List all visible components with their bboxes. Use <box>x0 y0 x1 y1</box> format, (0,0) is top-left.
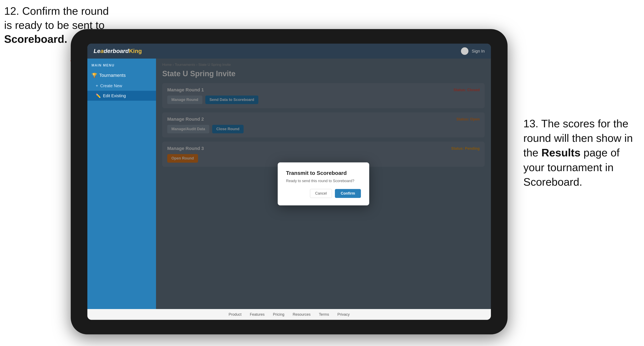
footer-pricing[interactable]: Pricing <box>273 312 284 317</box>
content-area: Home › Tournaments › State U Spring Invi… <box>156 59 491 309</box>
sidebar-tournaments-label: Tournaments <box>99 73 126 78</box>
top-nav: LeaderboardKing Sign In <box>87 44 491 59</box>
annotation-line1: 12. Confirm the round <box>4 5 109 17</box>
footer-resources[interactable]: Resources <box>293 312 310 317</box>
modal-subtitle: Ready to send this round to Scoreboard? <box>286 179 361 183</box>
footer-product[interactable]: Product <box>228 312 242 317</box>
logo-area: LeaderboardKing <box>94 48 142 54</box>
main-menu-label: MAIN MENU <box>87 62 156 70</box>
footer: Product Features Pricing Resources Terms… <box>87 309 491 320</box>
tablet-screen: LeaderboardKing Sign In MAIN MENU 🏆 Tour… <box>87 44 491 320</box>
sidebar-edit-label: Edit Existing <box>103 93 126 98</box>
footer-features[interactable]: Features <box>250 312 264 317</box>
edit-icon: ✏️ <box>96 93 101 98</box>
footer-terms[interactable]: Terms <box>319 312 329 317</box>
user-avatar-icon <box>461 47 468 55</box>
sidebar-edit-existing[interactable]: ✏️ Edit Existing <box>87 91 156 101</box>
plus-icon: + <box>96 83 98 88</box>
main-area: MAIN MENU 🏆 Tournaments + Create New ✏️ … <box>87 59 491 309</box>
sign-in-link[interactable]: Sign In <box>472 49 485 54</box>
top-nav-right: Sign In <box>461 47 485 55</box>
logo-text: LeaderboardKing <box>94 48 142 54</box>
modal-title: Transmit to Scoreboard <box>286 170 361 176</box>
modal-dialog: Transmit to Scoreboard Ready to send thi… <box>278 163 369 205</box>
modal-overlay: Transmit to Scoreboard Ready to send thi… <box>156 59 491 309</box>
sidebar-create-new[interactable]: + Create New <box>87 81 156 91</box>
modal-cancel-btn[interactable]: Cancel <box>310 189 332 198</box>
annotation-bold: Scoreboard. <box>4 33 67 45</box>
tablet-frame: LeaderboardKing Sign In MAIN MENU 🏆 Tour… <box>71 29 508 334</box>
sidebar: MAIN MENU 🏆 Tournaments + Create New ✏️ … <box>87 59 156 309</box>
modal-confirm-btn[interactable]: Confirm <box>335 189 361 198</box>
modal-actions: Cancel Confirm <box>286 189 361 198</box>
trophy-icon: 🏆 <box>92 73 97 78</box>
sidebar-create-label: Create New <box>100 83 122 88</box>
annotation-step13: 13. The scores for the round will then s… <box>523 116 640 189</box>
sidebar-item-tournaments[interactable]: 🏆 Tournaments <box>87 70 156 81</box>
annotation-step13-text: 13. The scores for the round will then s… <box>523 118 633 188</box>
footer-privacy[interactable]: Privacy <box>338 312 350 317</box>
